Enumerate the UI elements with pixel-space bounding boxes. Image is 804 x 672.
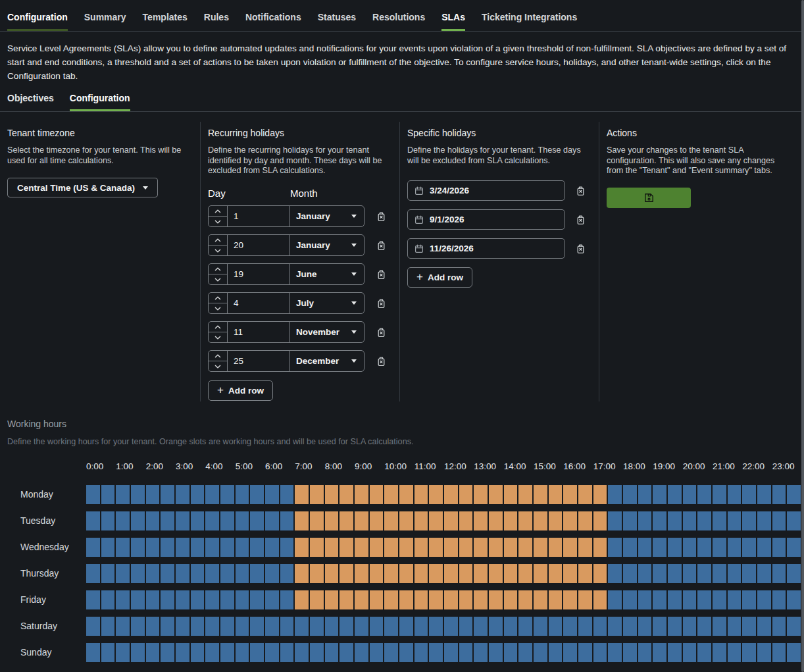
working-hour-slot[interactable]	[593, 511, 607, 530]
working-hour-slot[interactable]	[146, 590, 160, 609]
working-hour-slot[interactable]	[250, 617, 264, 636]
working-hour-slot[interactable]	[176, 590, 189, 609]
working-hour-slot[interactable]	[489, 511, 503, 530]
working-hour-slot[interactable]	[384, 643, 398, 662]
working-hour-slot[interactable]	[489, 590, 503, 609]
working-hour-slot[interactable]	[489, 564, 503, 583]
working-hour-slot[interactable]	[608, 564, 622, 583]
working-hour-slot[interactable]	[608, 590, 622, 609]
working-hour-slot[interactable]	[742, 643, 756, 662]
working-hour-slot[interactable]	[339, 643, 353, 662]
working-hour-slot[interactable]	[757, 538, 771, 557]
working-hour-slot[interactable]	[176, 564, 189, 583]
working-hour-slot[interactable]	[236, 564, 249, 583]
date-input[interactable]: 9/1/2026	[407, 209, 565, 230]
working-hour-slot[interactable]	[608, 617, 622, 636]
working-hour-slot[interactable]	[429, 564, 443, 583]
working-hour-slot[interactable]	[146, 564, 160, 583]
working-hour-slot[interactable]	[265, 511, 279, 530]
working-hour-slot[interactable]	[295, 643, 309, 662]
working-hour-slot[interactable]	[310, 643, 324, 662]
working-hour-slot[interactable]	[772, 485, 786, 504]
working-hour-slot[interactable]	[518, 538, 532, 557]
working-hour-slot[interactable]	[384, 485, 398, 504]
working-hour-slot[interactable]	[518, 617, 532, 636]
working-hour-slot[interactable]	[668, 590, 682, 609]
working-hour-slot[interactable]	[116, 511, 130, 530]
working-hour-slot[interactable]	[623, 511, 637, 530]
working-hour-slot[interactable]	[608, 643, 622, 662]
working-hour-slot[interactable]	[86, 617, 100, 636]
working-hour-slot[interactable]	[325, 538, 339, 557]
working-hour-slot[interactable]	[742, 511, 756, 530]
working-hour-slot[interactable]	[236, 538, 249, 557]
tab-objectives[interactable]: Objectives	[7, 93, 54, 111]
working-hour-slot[interactable]	[101, 617, 115, 636]
working-hour-slot[interactable]	[474, 511, 488, 530]
working-hour-slot[interactable]	[280, 564, 294, 583]
working-hour-slot[interactable]	[444, 617, 458, 636]
working-hour-slot[interactable]	[638, 538, 652, 557]
working-hour-slot[interactable]	[161, 590, 174, 609]
working-hour-slot[interactable]	[713, 617, 726, 636]
delete-row-button[interactable]	[376, 240, 386, 251]
working-hour-slot[interactable]	[742, 617, 756, 636]
working-hour-slot[interactable]	[549, 564, 563, 583]
working-hour-slot[interactable]	[146, 538, 160, 557]
working-hour-slot[interactable]	[653, 511, 666, 530]
working-hour-slot[interactable]	[429, 590, 443, 609]
working-hour-slot[interactable]	[310, 564, 324, 583]
working-hour-slot[interactable]	[787, 485, 801, 504]
month-dropdown[interactable]: July	[289, 293, 364, 313]
working-hour-slot[interactable]	[713, 511, 726, 530]
working-hour-slot[interactable]	[653, 617, 666, 636]
working-hour-slot[interactable]	[86, 485, 100, 504]
working-hour-slot[interactable]	[205, 643, 219, 662]
working-hour-slot[interactable]	[668, 538, 682, 557]
working-hour-slot[interactable]	[399, 617, 413, 636]
working-hour-slot[interactable]	[429, 511, 443, 530]
working-hour-slot[interactable]	[415, 590, 428, 609]
working-hour-slot[interactable]	[563, 617, 577, 636]
working-hour-slot[interactable]	[593, 590, 607, 609]
working-hour-slot[interactable]	[205, 485, 219, 504]
working-hour-slot[interactable]	[742, 485, 756, 504]
working-hour-slot[interactable]	[205, 590, 219, 609]
date-input[interactable]: 3/24/2026	[407, 180, 565, 201]
working-hour-slot[interactable]	[116, 643, 130, 662]
working-hour-slot[interactable]	[310, 538, 324, 557]
date-input[interactable]: 11/26/2026	[407, 238, 565, 259]
working-hour-slot[interactable]	[534, 564, 547, 583]
working-hour-slot[interactable]	[608, 511, 622, 530]
working-hour-slot[interactable]	[772, 511, 786, 530]
working-hour-slot[interactable]	[384, 511, 398, 530]
working-hour-slot[interactable]	[429, 485, 443, 504]
stepper-up-button[interactable]	[209, 264, 227, 274]
month-dropdown[interactable]: November	[289, 322, 364, 342]
working-hour-slot[interactable]	[429, 538, 443, 557]
working-hour-slot[interactable]	[474, 485, 488, 504]
working-hour-slot[interactable]	[772, 590, 786, 609]
working-hour-slot[interactable]	[205, 538, 219, 557]
working-hour-slot[interactable]	[191, 511, 205, 530]
working-hour-slot[interactable]	[370, 538, 384, 557]
working-hour-slot[interactable]	[101, 511, 115, 530]
working-hour-slot[interactable]	[757, 564, 771, 583]
working-hour-slot[interactable]	[697, 643, 711, 662]
working-hour-slot[interactable]	[638, 643, 652, 662]
working-hour-slot[interactable]	[265, 485, 279, 504]
working-hour-slot[interactable]	[593, 643, 607, 662]
timezone-dropdown[interactable]: Central Time (US & Canada)	[7, 178, 158, 197]
working-hour-slot[interactable]	[638, 485, 652, 504]
working-hour-slot[interactable]	[713, 485, 726, 504]
month-dropdown[interactable]: December	[289, 351, 364, 371]
working-hour-slot[interactable]	[623, 617, 637, 636]
working-hour-slot[interactable]	[563, 485, 577, 504]
working-hour-slot[interactable]	[116, 590, 130, 609]
working-hour-slot[interactable]	[131, 643, 145, 662]
working-hour-slot[interactable]	[549, 511, 563, 530]
working-hour-slot[interactable]	[220, 643, 234, 662]
working-hour-slot[interactable]	[280, 511, 294, 530]
working-hour-slot[interactable]	[697, 590, 711, 609]
working-hour-slot[interactable]	[623, 485, 637, 504]
